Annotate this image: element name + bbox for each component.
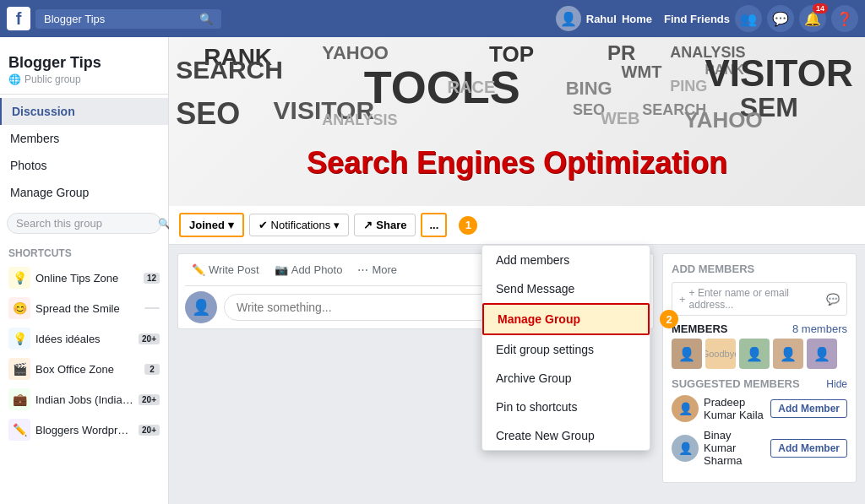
group-search-box[interactable]: 🔍 <box>7 213 161 234</box>
find-friends-link[interactable]: Find Friends <box>664 13 730 25</box>
cover-seo-title: Search Engines Optimization <box>307 145 727 181</box>
group-search-input[interactable] <box>16 217 158 230</box>
joined-button[interactable]: Joined ▾ <box>179 213 244 237</box>
add-member-binay-button[interactable]: Add Member <box>770 439 847 458</box>
add-members-input[interactable]: + + Enter name or email address... 💬 <box>672 282 847 316</box>
member-avatar-5[interactable]: 👤 <box>807 339 837 369</box>
suggested-member-binay: 👤 Binay Kumar Sharma Add Member <box>672 429 847 467</box>
sidebar-item-manage[interactable]: Manage Group <box>0 179 168 206</box>
page-wrap: Blogger Tips 🌐 Public group Discussion M… <box>0 0 865 504</box>
member-avatar-4[interactable]: 👤 <box>773 339 803 369</box>
shortcut-badge-bloggers-wp: 20+ <box>139 425 160 436</box>
add-photo-tab[interactable]: 📷 Add Photo <box>268 259 350 280</box>
topnav-search-box[interactable]: 🔍 <box>35 9 221 29</box>
wc-tools: TOOLS <box>364 61 520 113</box>
more-options-button[interactable]: ... <box>421 213 447 237</box>
wc-ping: PING <box>670 78 707 95</box>
shortcut-badge-box-office: 2 <box>144 364 160 375</box>
wc-race: RACE <box>448 78 496 97</box>
hide-link[interactable]: Hide <box>826 378 847 390</box>
shortcut-label-box-office: Box Office Zone <box>35 363 139 376</box>
wc-wmt: WMT <box>622 62 662 82</box>
dropdown-menu: Add members Send Message Manage Group 2 … <box>481 245 650 451</box>
wc-yahoo2: YAHOO <box>684 107 763 133</box>
home-link[interactable]: Home <box>622 13 652 25</box>
dropdown-pin-shortcuts[interactable]: Pin to shortcuts <box>482 393 650 421</box>
write-post-tab[interactable]: ✏️ Write Post <box>185 259 266 280</box>
right-column: ADD MEMBERS + + Enter name or email addr… <box>662 253 857 491</box>
facebook-logo[interactable]: f <box>7 7 30 30</box>
member-avatars-row: 👤 Goodbye 👤 👤 👤 <box>672 339 847 369</box>
members-count[interactable]: 8 members <box>792 322 847 335</box>
topnav-search-input[interactable] <box>44 13 194 25</box>
shortcut-icon-bloggers-wp: ✏️ <box>8 419 30 441</box>
help-icon[interactable]: ❓ <box>831 5 858 32</box>
main-content: RANK YAHOO TOP PR ANALYSIS SEARCH TOOLS … <box>169 37 865 504</box>
members-row: MEMBERS 8 members <box>672 322 847 335</box>
suggested-member-pradeep: 👤 Pradeep Kumar Kaila Add Member <box>672 395 847 422</box>
shortcut-label-bloggers-wp: Bloggers Wordpres... <box>35 424 133 436</box>
shortcut-indian-jobs[interactable]: 💼 Indian Jobs (India's... 20+ <box>0 384 168 415</box>
shortcut-badge-idees: 20+ <box>139 333 160 344</box>
add-members-title: ADD MEMBERS <box>672 263 847 275</box>
sidebar-item-discussion[interactable]: Discussion <box>0 98 168 125</box>
members-label: MEMBERS <box>672 322 727 335</box>
sidebar-item-members[interactable]: Members <box>0 125 168 152</box>
dropdown-edit-settings[interactable]: Edit group settings <box>482 335 650 364</box>
topnav-search-icon: 🔍 <box>199 13 213 25</box>
shortcut-icon-box-office: 🎬 <box>8 358 30 380</box>
notifications-button[interactable]: ✔ Notifications ▾ <box>249 214 349 236</box>
suggested-avatar-binay: 👤 <box>672 435 699 462</box>
topnav-user[interactable]: 👤 Rahul <box>556 6 617 31</box>
wc-analysis2: ANALYSIS <box>322 111 397 129</box>
shortcut-online-tips[interactable]: 💡 Online Tips Zone 12 <box>0 263 168 293</box>
notif-badge: 14 <box>813 3 828 14</box>
shortcut-spread-smile[interactable]: 😊 Spread the Smile <box>0 293 168 323</box>
pencil-icon: ✏️ <box>192 263 205 276</box>
step2-label: 2 <box>660 310 678 328</box>
sidebar-item-photos[interactable]: Photos <box>0 152 168 179</box>
messages-icon[interactable]: 💬 <box>767 5 794 32</box>
ellipsis-icon: ⋯ <box>357 263 368 276</box>
chevron-down-icon: ▾ <box>228 219 234 231</box>
member-avatar-2[interactable]: Goodbye <box>705 339 736 369</box>
dropdown-archive[interactable]: Archive Group <box>482 364 650 393</box>
action-bar: Joined ▾ ✔ Notifications ▾ ↗ Share ... 1… <box>169 206 865 245</box>
friend-requests-icon[interactable]: 👥 <box>735 5 762 32</box>
shortcut-badge-spread-smile <box>144 307 160 309</box>
add-member-pradeep-button[interactable]: Add Member <box>770 399 847 418</box>
add-members-section: ADD MEMBERS + + Enter name or email addr… <box>662 253 857 483</box>
shortcut-label-indian-jobs: Indian Jobs (India's... <box>35 393 133 406</box>
shortcut-bloggers-wp[interactable]: ✏️ Bloggers Wordpres... 20+ <box>0 415 168 445</box>
user-avatar[interactable]: 👤 <box>556 6 581 31</box>
shortcut-icon-spread-smile: 😊 <box>8 297 30 319</box>
sidebar-nav: Discussion Members Photos Manage Group <box>0 94 168 206</box>
shortcut-idees[interactable]: 💡 Idées idéales 20+ <box>0 323 168 354</box>
member-avatar-3[interactable]: 👤 <box>739 339 770 369</box>
message-icon: 💬 <box>826 293 840 306</box>
share-button[interactable]: ↗ Share <box>354 214 416 236</box>
shortcut-icon-idees: 💡 <box>8 328 30 350</box>
more-tab[interactable]: ⋯ More <box>351 259 404 280</box>
dropdown-manage-group[interactable]: Manage Group 2 <box>482 303 650 335</box>
shortcut-icon-online-tips: 💡 <box>8 267 30 289</box>
shortcut-box-office[interactable]: 🎬 Box Office Zone 2 <box>0 354 168 384</box>
sidebar: Blogger Tips 🌐 Public group Discussion M… <box>0 37 169 504</box>
dropdown-send-message[interactable]: Send Message <box>482 274 650 303</box>
dropdown-create-new[interactable]: Create New Group <box>482 421 650 450</box>
shortcut-icon-indian-jobs: 💼 <box>8 388 30 410</box>
wc-search1: SEARCH <box>176 56 283 84</box>
photo-icon: 📷 <box>275 263 288 276</box>
globe-icon: 🌐 <box>8 73 21 85</box>
notifications-icon[interactable]: 🔔 14 <box>799 5 826 32</box>
add-icon: + <box>679 293 686 306</box>
cover-photo: RANK YAHOO TOP PR ANALYSIS SEARCH TOOLS … <box>169 37 865 206</box>
wc-visitor1: VISITOR <box>705 52 852 95</box>
shortcut-label-idees: Idées idéales <box>35 333 133 345</box>
group-type: 🌐 Public group <box>0 73 168 94</box>
top-navigation: f 🔍 👤 Rahul Home Find Friends 👥 💬 🔔 14 ❓ <box>0 0 865 37</box>
share-icon: ↗ <box>363 219 373 231</box>
member-avatar-1[interactable]: 👤 <box>672 339 702 369</box>
dropdown-add-members[interactable]: Add members <box>482 246 650 274</box>
shortcut-badge-indian-jobs: 20+ <box>139 394 160 405</box>
